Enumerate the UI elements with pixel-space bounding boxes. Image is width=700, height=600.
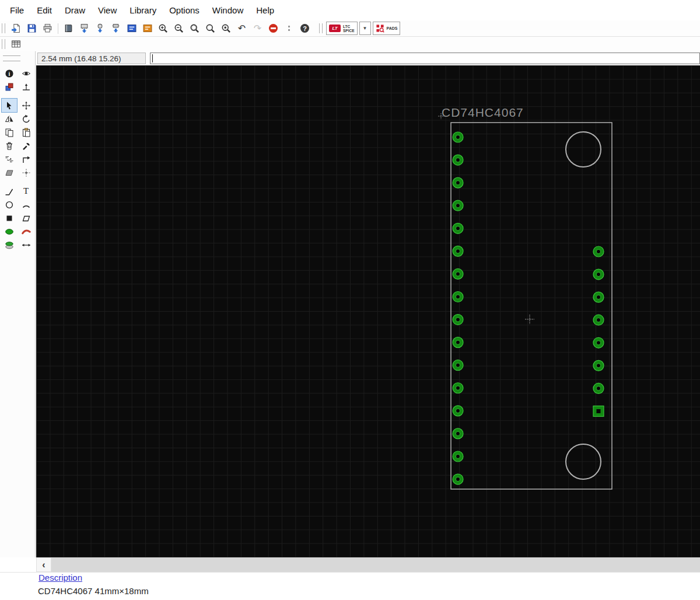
- schematic-file-button[interactable]: [124, 22, 139, 35]
- zoom-in-button[interactable]: [156, 22, 170, 35]
- plane-tool[interactable]: [2, 166, 17, 179]
- pads-label: PADS: [387, 26, 398, 30]
- toolbar-separator: [58, 23, 58, 34]
- pcb-canvas[interactable]: CD74HC4067: [36, 65, 700, 557]
- zoom-out-icon: [174, 23, 184, 33]
- renumber-tool[interactable]: [2, 152, 17, 166]
- silk-tool[interactable]: [19, 225, 34, 238]
- copy-tool[interactable]: [2, 125, 17, 139]
- import-module-button[interactable]: [108, 22, 123, 35]
- text-tool[interactable]: T: [19, 184, 34, 198]
- scroll-left-button[interactable]: ‹: [36, 557, 51, 572]
- footprint-description: CD74HC4067 41mm×18mm: [38, 586, 149, 596]
- horizontal-scrollbar[interactable]: [51, 557, 700, 572]
- menu-view[interactable]: View: [92, 0, 123, 20]
- options-dots-button[interactable]: [282, 22, 296, 35]
- menu-draw[interactable]: Draw: [58, 0, 92, 20]
- move-tool[interactable]: [19, 99, 34, 112]
- layer-colors-button[interactable]: [2, 80, 17, 93]
- menu-window[interactable]: Window: [206, 0, 250, 20]
- wrench-icon: [22, 141, 31, 151]
- print-button[interactable]: [40, 22, 55, 35]
- pad-icon: [5, 227, 14, 236]
- pad-tool[interactable]: [2, 225, 17, 238]
- description-link[interactable]: Description: [38, 573, 82, 582]
- filled-rect-tool[interactable]: [2, 211, 17, 225]
- toolbar-grip-2[interactable]: [319, 23, 323, 33]
- mirror-icon: [5, 114, 14, 124]
- line-icon: [5, 187, 14, 196]
- module-import-icon: [111, 23, 121, 33]
- corner-line-icon: [22, 155, 31, 164]
- zoom-in-icon: [158, 23, 168, 33]
- stack-tool[interactable]: [2, 238, 17, 252]
- mirror-tool[interactable]: [2, 112, 17, 125]
- zoom-previous-button[interactable]: [219, 22, 233, 35]
- scrollbar-thumb[interactable]: [51, 557, 700, 572]
- delete-tool[interactable]: [2, 139, 17, 152]
- help-button[interactable]: ?: [298, 22, 312, 35]
- layers-icon: [5, 82, 14, 92]
- menu-file[interactable]: File: [4, 0, 30, 20]
- open-button[interactable]: [9, 22, 23, 35]
- menu-library[interactable]: Library: [123, 0, 163, 20]
- select-arrow-icon: [5, 101, 14, 110]
- footprint-import-icon: [95, 23, 105, 33]
- pads-export-button[interactable]: PADS: [373, 22, 401, 35]
- text-caret: [152, 54, 153, 62]
- library-button[interactable]: [61, 22, 76, 35]
- stack-icon: [5, 240, 14, 250]
- polygon-tool[interactable]: [19, 211, 34, 225]
- footer-panel: Description CD74HC4067 41mm×18mm: [0, 572, 700, 600]
- paste-tool[interactable]: [19, 125, 34, 139]
- grid-toolbar-grip[interactable]: [2, 39, 5, 49]
- abort-button[interactable]: [266, 22, 281, 35]
- help-icon: ?: [300, 24, 309, 33]
- layout-file-button[interactable]: [140, 22, 155, 35]
- redo-icon: ↷: [254, 23, 261, 34]
- plane-icon: [5, 168, 14, 177]
- zoom-window-button[interactable]: [187, 22, 202, 35]
- undo-button[interactable]: ↶: [235, 22, 249, 35]
- import-part-button[interactable]: [77, 22, 92, 35]
- palette-grip[interactable]: [3, 55, 20, 61]
- ltspice-export-button[interactable]: LT LTC SPICE: [326, 22, 358, 35]
- eye-icon: [22, 69, 31, 78]
- save-button[interactable]: [24, 22, 39, 35]
- select-tool[interactable]: [2, 99, 17, 112]
- info-button[interactable]: i: [2, 67, 17, 80]
- toolbar-grip[interactable]: [2, 23, 5, 33]
- datum-button[interactable]: [19, 80, 34, 93]
- import-footprint-button[interactable]: [93, 22, 107, 35]
- schematic-badge-icon: [127, 23, 137, 33]
- paste-icon: [22, 128, 31, 137]
- zoom-all-icon: [205, 23, 215, 33]
- arc-tool[interactable]: [19, 198, 34, 211]
- menu-help[interactable]: Help: [250, 0, 281, 20]
- visibility-button[interactable]: [19, 67, 34, 80]
- print-icon: [43, 23, 52, 33]
- corner-tool[interactable]: [19, 152, 34, 166]
- coordinate-input[interactable]: [150, 53, 700, 64]
- zoom-previous-icon: [221, 23, 231, 33]
- width-arrow-icon: [22, 240, 31, 250]
- polygon-icon: [22, 214, 31, 223]
- circle-tool[interactable]: [2, 198, 17, 211]
- zoom-all-button[interactable]: [203, 22, 218, 35]
- line-tool[interactable]: [2, 184, 17, 198]
- grid-settings-button[interactable]: [9, 38, 23, 51]
- menu-options[interactable]: Options: [163, 0, 206, 20]
- properties-tool[interactable]: [19, 139, 34, 152]
- rotate-tool[interactable]: [19, 112, 34, 125]
- menubar: File Edit Draw View Library Options Wind…: [0, 0, 700, 20]
- filled-rect-icon: [5, 214, 14, 223]
- width-tool[interactable]: [19, 238, 34, 252]
- export-dropdown-button[interactable]: ▼: [359, 22, 371, 35]
- open-icon: [11, 23, 21, 33]
- undo-icon: ↶: [238, 23, 246, 34]
- origin-tool[interactable]: [19, 166, 34, 179]
- save-icon: [27, 23, 37, 33]
- zoom-out-button[interactable]: [172, 22, 186, 35]
- redo-button[interactable]: ↷: [250, 22, 265, 35]
- menu-edit[interactable]: Edit: [30, 0, 58, 20]
